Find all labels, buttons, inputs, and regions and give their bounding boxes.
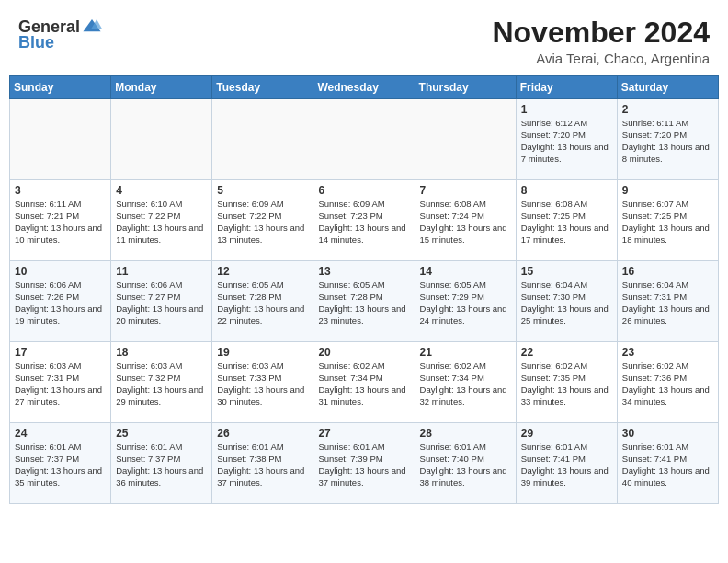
calendar-cell: 2Sunrise: 6:11 AMSunset: 7:20 PMDaylight… [617,99,718,180]
calendar-cell: 17Sunrise: 6:03 AMSunset: 7:31 PMDayligh… [10,342,111,423]
cell-daylight-info: Sunrise: 6:02 AMSunset: 7:36 PMDaylight:… [622,361,713,408]
calendar-cell: 18Sunrise: 6:03 AMSunset: 7:32 PMDayligh… [111,342,212,423]
day-number: 13 [318,265,409,278]
day-number: 29 [521,427,612,440]
weekday-header: Sunday [10,76,111,99]
day-number: 8 [521,184,612,197]
calendar-cell [10,99,111,180]
calendar-cell: 7Sunrise: 6:08 AMSunset: 7:24 PMDaylight… [415,180,516,261]
day-number: 11 [116,265,207,278]
calendar-cell: 16Sunrise: 6:04 AMSunset: 7:31 PMDayligh… [617,261,718,342]
calendar-week-row: 3Sunrise: 6:11 AMSunset: 7:21 PMDaylight… [10,180,719,261]
day-number: 20 [318,346,409,359]
calendar-cell: 19Sunrise: 6:03 AMSunset: 7:33 PMDayligh… [212,342,313,423]
calendar-cell [212,99,313,180]
page-header: General Blue November 2024 Avia Terai, C… [9,9,719,72]
day-number: 23 [622,346,713,359]
calendar-cell: 9Sunrise: 6:07 AMSunset: 7:25 PMDaylight… [617,180,718,261]
calendar-cell: 28Sunrise: 6:01 AMSunset: 7:40 PMDayligh… [415,423,516,504]
day-number: 21 [420,346,511,359]
calendar-week-row: 10Sunrise: 6:06 AMSunset: 7:26 PMDayligh… [10,261,719,342]
cell-daylight-info: Sunrise: 6:04 AMSunset: 7:30 PMDaylight:… [521,280,612,327]
cell-daylight-info: Sunrise: 6:11 AMSunset: 7:21 PMDaylight:… [15,199,106,246]
day-number: 27 [318,427,409,440]
calendar-cell: 8Sunrise: 6:08 AMSunset: 7:25 PMDaylight… [516,180,617,261]
calendar-table: SundayMondayTuesdayWednesdayThursdayFrid… [9,75,719,504]
cell-daylight-info: Sunrise: 6:05 AMSunset: 7:29 PMDaylight:… [420,280,511,327]
day-number: 2 [622,103,713,116]
calendar-week-row: 1Sunrise: 6:12 AMSunset: 7:20 PMDaylight… [10,99,719,180]
day-number: 17 [15,346,106,359]
calendar-cell: 3Sunrise: 6:11 AMSunset: 7:21 PMDaylight… [10,180,111,261]
calendar-cell: 15Sunrise: 6:04 AMSunset: 7:30 PMDayligh… [516,261,617,342]
cell-daylight-info: Sunrise: 6:09 AMSunset: 7:22 PMDaylight:… [217,199,308,246]
cell-daylight-info: Sunrise: 6:07 AMSunset: 7:25 PMDaylight:… [622,199,713,246]
calendar-cell: 23Sunrise: 6:02 AMSunset: 7:36 PMDayligh… [617,342,718,423]
day-number: 19 [217,346,308,359]
day-number: 9 [622,184,713,197]
cell-daylight-info: Sunrise: 6:09 AMSunset: 7:23 PMDaylight:… [318,199,409,246]
cell-daylight-info: Sunrise: 6:06 AMSunset: 7:27 PMDaylight:… [116,280,207,327]
day-number: 28 [420,427,511,440]
weekday-header: Thursday [415,76,516,99]
cell-daylight-info: Sunrise: 6:01 AMSunset: 7:41 PMDaylight:… [622,442,713,488]
location-subtitle: Avia Terai, Chaco, Argentina [492,51,710,66]
cell-daylight-info: Sunrise: 6:02 AMSunset: 7:34 PMDaylight:… [420,361,511,408]
calendar-cell: 29Sunrise: 6:01 AMSunset: 7:41 PMDayligh… [516,423,617,504]
weekday-header: Tuesday [212,76,313,99]
calendar-body: 1Sunrise: 6:12 AMSunset: 7:20 PMDaylight… [10,99,719,504]
calendar-cell: 20Sunrise: 6:02 AMSunset: 7:34 PMDayligh… [313,342,415,423]
weekday-header: Monday [111,76,212,99]
cell-daylight-info: Sunrise: 6:03 AMSunset: 7:33 PMDaylight:… [217,361,308,408]
calendar-cell [313,99,415,180]
calendar-cell: 13Sunrise: 6:05 AMSunset: 7:28 PMDayligh… [313,261,415,342]
cell-daylight-info: Sunrise: 6:03 AMSunset: 7:32 PMDaylight:… [116,361,207,408]
logo: General Blue [18,17,102,52]
calendar-cell [415,99,516,180]
day-number: 24 [15,427,106,440]
cell-daylight-info: Sunrise: 6:06 AMSunset: 7:26 PMDaylight:… [15,280,106,327]
cell-daylight-info: Sunrise: 6:02 AMSunset: 7:34 PMDaylight:… [318,361,409,408]
calendar-cell: 10Sunrise: 6:06 AMSunset: 7:26 PMDayligh… [10,261,111,342]
cell-daylight-info: Sunrise: 6:02 AMSunset: 7:35 PMDaylight:… [521,361,612,408]
calendar-week-row: 24Sunrise: 6:01 AMSunset: 7:37 PMDayligh… [10,423,719,504]
cell-daylight-info: Sunrise: 6:01 AMSunset: 7:38 PMDaylight:… [217,442,308,488]
cell-daylight-info: Sunrise: 6:05 AMSunset: 7:28 PMDaylight:… [217,280,308,327]
calendar-cell: 14Sunrise: 6:05 AMSunset: 7:29 PMDayligh… [415,261,516,342]
weekday-header: Friday [516,76,617,99]
day-number: 6 [318,184,409,197]
day-number: 15 [521,265,612,278]
cell-daylight-info: Sunrise: 6:10 AMSunset: 7:22 PMDaylight:… [116,199,207,246]
month-year-title: November 2024 [492,17,710,49]
cell-daylight-info: Sunrise: 6:01 AMSunset: 7:39 PMDaylight:… [318,442,409,488]
cell-daylight-info: Sunrise: 6:08 AMSunset: 7:24 PMDaylight:… [420,199,511,246]
day-number: 22 [521,346,612,359]
calendar-week-row: 17Sunrise: 6:03 AMSunset: 7:31 PMDayligh… [10,342,719,423]
logo-icon [82,17,102,37]
day-number: 16 [622,265,713,278]
day-number: 14 [420,265,511,278]
day-number: 18 [116,346,207,359]
calendar-cell: 11Sunrise: 6:06 AMSunset: 7:27 PMDayligh… [111,261,212,342]
calendar-header-row: SundayMondayTuesdayWednesdayThursdayFrid… [10,76,719,99]
calendar-cell: 25Sunrise: 6:01 AMSunset: 7:37 PMDayligh… [111,423,212,504]
day-number: 4 [116,184,207,197]
day-number: 30 [622,427,713,440]
weekday-header: Wednesday [313,76,415,99]
calendar-cell: 21Sunrise: 6:02 AMSunset: 7:34 PMDayligh… [415,342,516,423]
calendar-cell: 5Sunrise: 6:09 AMSunset: 7:22 PMDaylight… [212,180,313,261]
cell-daylight-info: Sunrise: 6:05 AMSunset: 7:28 PMDaylight:… [318,280,409,327]
day-number: 7 [420,184,511,197]
title-block: November 2024 Avia Terai, Chaco, Argenti… [492,17,710,66]
cell-daylight-info: Sunrise: 6:08 AMSunset: 7:25 PMDaylight:… [521,199,612,246]
cell-daylight-info: Sunrise: 6:03 AMSunset: 7:31 PMDaylight:… [15,361,106,408]
calendar-cell: 30Sunrise: 6:01 AMSunset: 7:41 PMDayligh… [617,423,718,504]
day-number: 26 [217,427,308,440]
day-number: 10 [15,265,106,278]
cell-daylight-info: Sunrise: 6:01 AMSunset: 7:37 PMDaylight:… [15,442,106,488]
day-number: 1 [521,103,612,116]
calendar-cell [111,99,212,180]
day-number: 12 [217,265,308,278]
cell-daylight-info: Sunrise: 6:01 AMSunset: 7:37 PMDaylight:… [116,442,207,488]
calendar-cell: 27Sunrise: 6:01 AMSunset: 7:39 PMDayligh… [313,423,415,504]
